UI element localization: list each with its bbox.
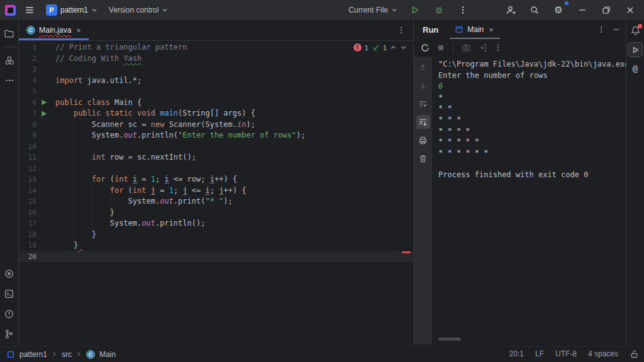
clear-console-button[interactable] [416, 151, 430, 165]
line-number[interactable]: 4 [19, 77, 36, 85]
code-with-me-button[interactable] [502, 3, 519, 18]
vcs-widget[interactable]: Version control [106, 4, 170, 16]
breadcrumb-src[interactable]: src [62, 350, 72, 359]
more-actions-button[interactable] [454, 3, 472, 18]
close-window-button[interactable] [621, 3, 639, 18]
search-everywhere-button[interactable] [526, 3, 543, 18]
console-line: * * * * * * [438, 148, 626, 159]
more-tool-windows-button[interactable] [1, 72, 18, 89]
line-number[interactable]: 15 [19, 197, 36, 206]
soft-wrap-button[interactable] [416, 97, 430, 111]
tab-options-button[interactable] [389, 20, 413, 40]
minimize-window-button[interactable] [574, 3, 591, 18]
up-stack-trace-button[interactable] [416, 60, 430, 74]
vcs-label: Version control [109, 6, 158, 14]
run-tool-button[interactable] [1, 265, 18, 282]
line-ending-widget[interactable]: LF [535, 349, 544, 358]
line-number[interactable]: 2 [19, 55, 36, 63]
console-area: "C:\Program Files\Java\jdk-22\bin\java.e… [414, 57, 626, 344]
code-line: 15 System.out.print("* "); [19, 196, 413, 207]
main-toolbar: P pattern1 Version control Current File … [0, 0, 644, 20]
run-tool-window-button-active[interactable] [628, 42, 643, 57]
inspections-widget[interactable]: ! 1 1 [353, 43, 407, 52]
line-number[interactable]: 5 [19, 87, 36, 96]
line-number[interactable]: 10 [19, 143, 36, 151]
line-number[interactable]: 20 [19, 253, 36, 261]
error-stripe-mark[interactable] [402, 251, 411, 253]
line-number[interactable]: 8 [19, 121, 36, 129]
hamburger-icon [25, 5, 35, 15]
line-number[interactable]: 14 [19, 187, 36, 195]
run-button[interactable] [406, 3, 424, 18]
readonly-toggle[interactable] [630, 349, 639, 359]
line-number[interactable]: 11 [19, 153, 36, 162]
caret-position-widget[interactable]: 20:1 [509, 349, 524, 358]
main-menu-button[interactable] [22, 3, 37, 17]
console-toolbar [414, 57, 432, 344]
tab-close-icon[interactable]: × [75, 26, 82, 35]
gutter-run-button[interactable] [36, 99, 52, 106]
git-tool-button[interactable] [1, 326, 18, 342]
encoding-widget[interactable]: UTF-8 [555, 349, 577, 358]
editor-tab-main-java[interactable]: C Main.java × [19, 20, 89, 40]
line-number[interactable]: 19 [19, 241, 36, 250]
line-number[interactable]: 12 [19, 165, 36, 173]
print-button[interactable] [416, 133, 430, 147]
debug-button[interactable] [430, 3, 448, 18]
line-number[interactable]: 7 [19, 109, 36, 118]
notifications-button[interactable] [630, 25, 641, 36]
module-icon [6, 350, 15, 359]
console-line: "C:\Program Files\Java\jdk-22\bin\java.e… [438, 59, 626, 70]
line-number[interactable]: 1 [19, 43, 36, 52]
breadcrumb-class[interactable]: Main [99, 350, 116, 359]
project-tool-button[interactable] [1, 25, 18, 41]
toolbar-divider [453, 43, 453, 53]
line-number[interactable]: 17 [19, 219, 36, 228]
restore-window-button[interactable] [597, 3, 615, 18]
run-toolbar [414, 39, 626, 57]
indent-widget[interactable]: 4 spaces [588, 349, 618, 358]
line-number[interactable]: 9 [19, 131, 36, 140]
capture-snapshot-button[interactable] [461, 43, 471, 53]
problems-tool-button[interactable] [1, 305, 18, 322]
attach-console-button[interactable] [477, 43, 487, 53]
code-line: 9 System.out.println("Enter the number o… [19, 130, 413, 141]
console-line: Enter the number of rows [438, 70, 626, 82]
editor-pane: C Main.java × 1// Print a triangular pat… [19, 20, 413, 346]
rerun-button[interactable] [420, 43, 430, 53]
ai-assistant-icon[interactable]: @ [633, 63, 638, 74]
run-panel-options-button[interactable] [597, 25, 606, 35]
scroll-to-end-button[interactable] [416, 115, 430, 129]
code-editor[interactable]: 1// Print a triangular pattern2// Coding… [19, 41, 413, 346]
run-tab-main[interactable]: Main × [450, 20, 500, 39]
structure-tool-button[interactable] [1, 52, 18, 69]
run-tool-window-header: Run Main × [414, 20, 626, 39]
code-text: // Print a triangular pattern [55, 42, 187, 53]
code-line: 3 [19, 64, 413, 75]
settings-button[interactable]: ⚙ [550, 3, 567, 18]
run-tab-underline [450, 38, 500, 39]
line-number[interactable]: 3 [19, 65, 36, 74]
console-options-button[interactable] [494, 43, 502, 53]
stop-button[interactable] [436, 43, 445, 53]
down-stack-trace-button[interactable] [416, 79, 430, 92]
console-line: * [438, 92, 626, 104]
console-output[interactable]: "C:\Program Files\Java\jdk-22\bin\java.e… [432, 57, 626, 344]
terminal-tool-button[interactable] [1, 285, 18, 302]
line-number[interactable]: 18 [19, 231, 36, 239]
code-line: 8 Scanner sc = new Scanner(System.in); [19, 119, 413, 131]
line-number[interactable]: 13 [19, 175, 36, 184]
run-configuration-selector[interactable]: Current File [346, 4, 400, 16]
project-widget[interactable]: P pattern1 [43, 3, 100, 18]
hide-run-panel-button[interactable] [612, 25, 621, 35]
gutter-run-button[interactable] [36, 110, 52, 118]
notification-dot [638, 24, 642, 28]
breadcrumb-project[interactable]: pattern1 [19, 350, 47, 359]
horizontal-scrollbar[interactable] [438, 337, 461, 341]
kebab-menu-icon [597, 25, 606, 34]
code-text: int row = sc.nextInt(); [55, 152, 196, 163]
tab-close-icon[interactable]: × [487, 25, 495, 35]
line-number[interactable]: 16 [19, 209, 36, 217]
breadcrumb: pattern1 src C Main [6, 350, 116, 359]
line-number[interactable]: 6 [19, 99, 36, 107]
